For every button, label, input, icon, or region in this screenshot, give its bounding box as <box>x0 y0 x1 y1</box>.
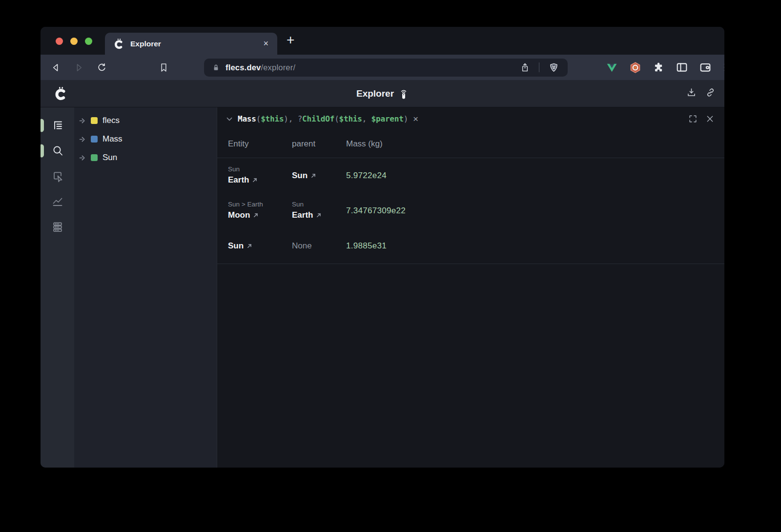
url-bar[interactable]: flecs.dev/explorer/ <box>204 59 568 77</box>
explorer-header: Explorer <box>41 80 724 107</box>
explorer-content: flecsMassSun Mass($this), ?ChildOf($this… <box>41 107 724 468</box>
column-header-mass: Mass (kg) <box>346 139 724 149</box>
table-body: SunEarthSun5.9722e24Sun > EarthMoonSunEa… <box>217 158 724 264</box>
entity-link[interactable]: Moon <box>228 209 292 222</box>
flecs-favicon-icon <box>114 39 124 49</box>
open-link-icon <box>316 212 322 218</box>
entity-path: Sun <box>228 164 292 174</box>
back-button[interactable] <box>47 59 64 76</box>
query-panel: Mass($this), ?ChildOf($this, $parent) × … <box>217 107 724 468</box>
page-title-wrap: Explorer <box>41 88 724 99</box>
traffic-lights <box>56 38 92 45</box>
query-token: $this <box>261 114 284 123</box>
flecs-logo-icon <box>54 87 68 101</box>
bookmark-icon[interactable] <box>155 59 172 76</box>
query-expression[interactable]: Mass($this), ?ChildOf($this, $parent) <box>238 114 408 123</box>
table-row: SunNone1.9885e31 <box>217 228 724 264</box>
active-indicator <box>41 144 44 158</box>
mass-value: 1.9885e31 <box>346 241 724 251</box>
sidebar-item-tree[interactable] <box>41 113 74 138</box>
parent-link[interactable]: Earth <box>292 209 346 222</box>
forward-button[interactable] <box>70 59 87 76</box>
query-token: ( <box>334 114 339 123</box>
query-token: ) <box>404 114 408 123</box>
mass-value: 5.9722e24 <box>346 171 724 181</box>
copy-link-button[interactable] <box>705 87 716 100</box>
expand-arrow-icon[interactable] <box>79 135 87 143</box>
extensions-puzzle-icon[interactable] <box>652 61 665 74</box>
parent-link[interactable]: Sun <box>292 169 346 182</box>
brave-shield-icon[interactable] <box>545 59 562 76</box>
query-token: , <box>362 114 371 123</box>
table-row: SunEarthSun5.9722e24 <box>217 158 724 193</box>
url-text: flecs.dev/explorer/ <box>226 63 516 72</box>
query-token: ChildOf <box>302 114 334 123</box>
sidebar-item-search[interactable] <box>41 138 74 164</box>
sidebar-item-journal[interactable] <box>41 214 74 240</box>
close-tab-icon[interactable]: × <box>261 39 270 49</box>
sidebar-item-stats[interactable] <box>41 189 74 214</box>
open-link-icon <box>247 243 252 249</box>
parent-path: Sun <box>292 200 346 209</box>
browser-toolbar: flecs.dev/explorer/ <box>41 55 724 80</box>
hexagon-extension-icon[interactable] <box>628 61 642 74</box>
open-link-icon <box>253 212 259 218</box>
tab-bar: Explorer × + <box>41 27 724 55</box>
vue-devtools-icon[interactable] <box>605 61 618 74</box>
icon-rail <box>41 107 74 468</box>
menu-icon[interactable] <box>722 61 724 74</box>
entity-path: Sun > Earth <box>228 200 292 209</box>
table-header-row: Entity parent Mass (kg) <box>217 130 724 158</box>
extensions-cluster <box>605 61 724 74</box>
expand-arrow-icon[interactable] <box>79 154 87 162</box>
column-header-parent: parent <box>292 139 346 149</box>
entity-tree: flecsMassSun <box>74 107 217 468</box>
query-token: ? <box>298 114 302 123</box>
reload-button[interactable] <box>93 59 110 76</box>
collapse-chevron-icon[interactable] <box>224 114 235 124</box>
browser-window: Explorer × + flecs.d <box>41 27 724 468</box>
url-domain: flecs.dev <box>226 63 261 72</box>
tree-item-label: flecs <box>103 116 120 125</box>
tree-item-Mass[interactable]: Mass <box>79 130 217 148</box>
wallet-icon[interactable] <box>699 61 712 74</box>
tree-item-flecs[interactable]: flecs <box>79 111 217 130</box>
tab-title: Explorer <box>130 40 261 48</box>
table-row: Sun > EarthMoonSunEarth7.34767309e22 <box>217 193 724 228</box>
entity-color-square <box>91 154 98 161</box>
query-token: $parent <box>371 114 404 123</box>
entity-link[interactable]: Earth <box>228 174 292 186</box>
active-indicator <box>41 119 44 132</box>
mass-value: 7.34767309e22 <box>346 206 724 216</box>
column-header-entity: Entity <box>228 139 292 149</box>
query-token: ), <box>284 114 297 123</box>
query-token: ( <box>256 114 261 123</box>
entity-link[interactable]: Sun <box>228 240 292 252</box>
query-header: Mass($this), ?ChildOf($this, $parent) × <box>217 107 724 130</box>
close-window-button[interactable] <box>56 38 63 45</box>
page-title: Explorer <box>356 88 394 99</box>
url-divider <box>539 62 539 72</box>
clear-query-icon[interactable]: × <box>413 114 418 124</box>
tree-item-label: Mass <box>103 134 123 144</box>
entity-color-square <box>91 136 98 143</box>
sidebar-item-inspector[interactable] <box>41 164 74 189</box>
expand-arrow-icon[interactable] <box>79 117 87 124</box>
new-tab-button[interactable]: + <box>287 32 294 48</box>
minimize-window-button[interactable] <box>70 38 78 45</box>
download-button[interactable] <box>686 87 697 100</box>
zoom-window-button[interactable] <box>85 38 92 45</box>
tree-item-Sun[interactable]: Sun <box>79 148 217 167</box>
browser-tab[interactable]: Explorer × <box>105 33 277 55</box>
parent-value: None <box>292 240 346 252</box>
remote-connection-icon <box>399 88 409 99</box>
share-icon[interactable] <box>516 59 533 76</box>
url-path: /explorer/ <box>261 63 295 72</box>
query-token: Mass <box>238 114 256 123</box>
lock-icon <box>212 63 220 72</box>
tree-item-label: Sun <box>103 153 117 163</box>
fullscreen-icon[interactable] <box>688 114 698 123</box>
entity-color-square <box>91 117 98 124</box>
sidebar-toggle-icon[interactable] <box>675 61 689 74</box>
close-panel-icon[interactable] <box>705 114 715 123</box>
